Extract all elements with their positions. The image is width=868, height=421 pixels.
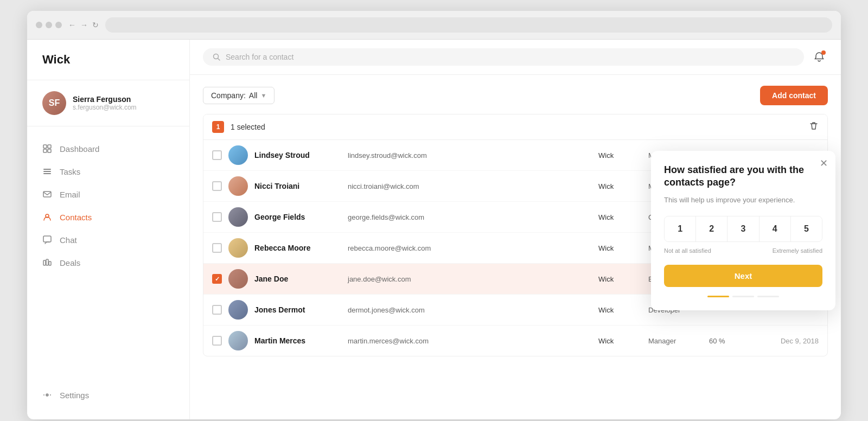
delete-icon[interactable]	[809, 121, 819, 133]
sidebar-item-dashboard[interactable]: Dashboard	[27, 137, 189, 160]
search-bar[interactable]: Search for a contact	[203, 48, 804, 66]
rating-label-high: Extremely satisfied	[773, 247, 822, 254]
row-checkbox-1[interactable]	[212, 181, 222, 191]
contact-time-6: Dec 9, 2018	[754, 337, 819, 345]
chevron-down-icon: ▼	[260, 92, 266, 99]
email-icon	[42, 189, 52, 199]
survey-close-button[interactable]: ✕	[820, 158, 828, 168]
svg-rect-1	[48, 145, 51, 148]
contact-company-5: Wick	[598, 306, 642, 314]
sidebar-item-contacts[interactable]: Contacts	[27, 206, 189, 228]
sidebar-item-label-email: Email	[60, 190, 80, 199]
row-checkbox-0[interactable]	[212, 150, 222, 160]
survey-progress	[664, 296, 822, 297]
browser-chrome: ← → ↻	[27, 11, 841, 40]
survey-subtitle: This will help us improve your experienc…	[664, 195, 822, 206]
row-checkbox-3[interactable]	[212, 243, 222, 253]
svg-point-15	[47, 394, 48, 396]
filter-value: All	[249, 91, 258, 100]
survey-next-button[interactable]: Next	[664, 265, 822, 287]
rating-btn-3[interactable]: 3	[727, 216, 759, 241]
sidebar-item-tasks[interactable]: Tasks	[27, 160, 189, 183]
svg-rect-9	[43, 236, 51, 242]
browser-nav: ← → ↻	[68, 21, 99, 29]
sidebar-item-label-tasks: Tasks	[60, 167, 80, 176]
sidebar-item-label-contacts: Contacts	[60, 213, 92, 222]
contact-progress-6: 60 %	[709, 337, 747, 345]
progress-dot-2	[732, 296, 754, 297]
filter-label: Company:	[211, 91, 246, 100]
sidebar-user: SF Sierra Ferguson s.ferguson@wick.com	[27, 80, 189, 126]
rating-btn-5[interactable]: 5	[791, 216, 822, 241]
contact-avatar-0	[228, 145, 248, 165]
contact-name-4: Jane Doe	[254, 275, 341, 283]
progress-dot-3	[757, 296, 779, 297]
settings-label: Settings	[60, 391, 89, 400]
contact-avatar-2	[228, 207, 248, 227]
top-bar: Search for a contact	[190, 40, 841, 75]
svg-rect-12	[49, 261, 51, 265]
svg-rect-6	[43, 173, 51, 174]
row-checkbox-6[interactable]	[212, 336, 222, 346]
notification-dot	[821, 50, 826, 55]
sidebar-logo: Wick	[27, 53, 189, 80]
user-name: Sierra Ferguson	[73, 95, 137, 104]
rating-btn-4[interactable]: 4	[760, 216, 791, 241]
contact-name-0: Lindsey Stroud	[254, 151, 341, 160]
browser-refresh[interactable]: ↻	[92, 21, 99, 29]
table-selection-header: 1 1 selected	[203, 114, 827, 140]
rating-label-low: Not at all satisfied	[664, 247, 711, 254]
sidebar-item-chat[interactable]: Chat	[27, 228, 189, 251]
contact-company-3: Wick	[598, 244, 642, 252]
nav-items: Dashboard Tasks	[27, 126, 189, 384]
contact-name-2: George Fields	[254, 213, 341, 221]
sidebar-item-settings[interactable]: Settings	[27, 384, 189, 406]
sidebar-item-deals[interactable]: Deals	[27, 251, 189, 274]
contact-avatar-1	[228, 176, 248, 196]
browser-window: ← → ↻ Wick SF Sierra Ferguson s.ferguson…	[27, 11, 841, 419]
browser-forward[interactable]: →	[80, 21, 88, 29]
app-container: Wick SF Sierra Ferguson s.ferguson@wick.…	[27, 40, 841, 419]
row-checkbox-4[interactable]	[212, 274, 222, 284]
contact-role-6: Manager	[648, 337, 703, 345]
contact-avatar-3	[228, 238, 248, 258]
contact-email-0: lindsey.stroud@wick.com	[348, 151, 592, 160]
survey-title: How satisfied are you with the contacts …	[664, 164, 822, 189]
rating-btn-2[interactable]: 2	[696, 216, 727, 241]
svg-rect-10	[43, 260, 46, 265]
contacts-icon	[42, 212, 52, 222]
add-contact-button[interactable]: Add contact	[760, 86, 828, 105]
browser-dot-yellow	[46, 22, 52, 28]
contact-company-2: Wick	[598, 213, 642, 221]
row-checkbox-5[interactable]	[212, 305, 222, 315]
notification-bell[interactable]	[810, 48, 828, 66]
contact-avatar-6	[228, 331, 248, 350]
svg-rect-5	[43, 171, 51, 172]
contact-name-3: Rebecca Moore	[254, 244, 341, 252]
contact-name-5: Jones Dermot	[254, 305, 341, 314]
svg-rect-2	[43, 149, 47, 152]
rating-labels: Not at all satisfied Extremely satisfied	[664, 247, 822, 254]
selected-text: 1 selected	[231, 123, 802, 131]
contact-email-4: jane.doe@wick.com	[348, 275, 592, 283]
table-row: Martin Merces martin.merces@wick.com Wic…	[203, 326, 827, 356]
browser-url-bar[interactable]	[105, 17, 832, 33]
contact-email-6: martin.merces@wick.com	[348, 337, 592, 345]
selected-badge: 1	[212, 121, 224, 133]
settings-icon	[42, 390, 52, 400]
browser-back[interactable]: ←	[68, 21, 76, 29]
sidebar-item-email[interactable]: Email	[27, 183, 189, 206]
svg-point-14	[43, 394, 44, 396]
tasks-icon	[42, 167, 52, 176]
user-email: s.ferguson@wick.com	[73, 104, 137, 111]
rating-btn-1[interactable]: 1	[665, 216, 696, 241]
company-filter-button[interactable]: Company: All ▼	[203, 87, 275, 104]
contact-email-2: george.fields@wick.com	[348, 213, 592, 221]
svg-rect-11	[46, 259, 48, 265]
row-checkbox-2[interactable]	[212, 212, 222, 222]
contact-company-1: Wick	[598, 182, 642, 190]
deals-icon	[42, 258, 52, 267]
content-area: Company: All ▼ Add contact 1 1 selected	[190, 75, 841, 419]
contact-company-6: Wick	[598, 337, 642, 345]
progress-dot-1	[707, 296, 729, 297]
